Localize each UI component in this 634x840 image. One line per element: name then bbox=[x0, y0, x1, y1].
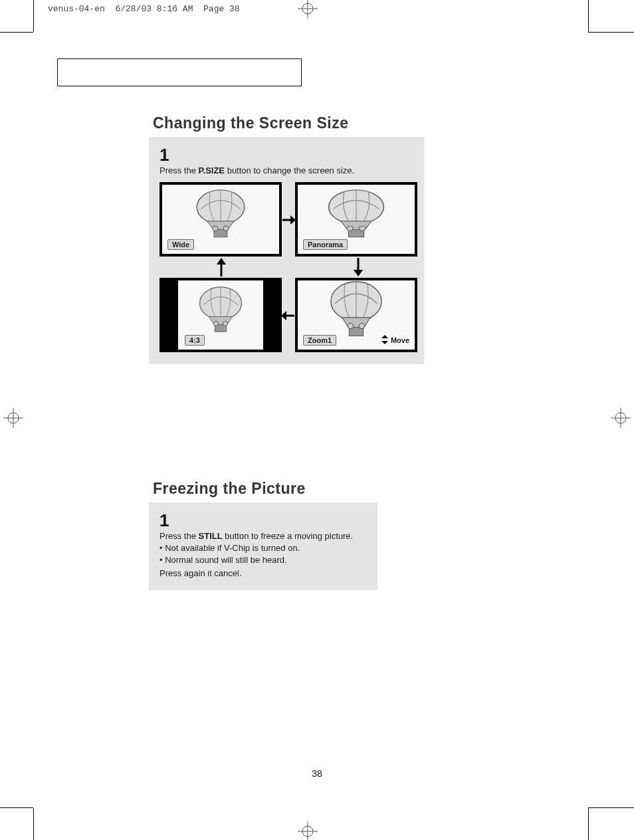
crop-mark bbox=[33, 808, 34, 840]
label-wide: Wide bbox=[167, 239, 194, 250]
step-text-pre: Press the bbox=[159, 165, 199, 175]
screen-wide: Wide bbox=[159, 182, 282, 257]
step-text: Press the STILL button to freeze a movin… bbox=[159, 530, 367, 542]
balloon-icon bbox=[187, 185, 253, 247]
freeze-text-pre: Press the bbox=[159, 531, 199, 541]
svg-point-19 bbox=[360, 226, 366, 231]
screen-4-3: 4:3 bbox=[159, 278, 282, 352]
registration-mark-icon bbox=[3, 408, 23, 428]
svg-point-26 bbox=[348, 323, 353, 328]
panel-screen-size: 1 Press the P.SIZE button to change the … bbox=[149, 137, 424, 364]
crop-mark bbox=[588, 32, 634, 33]
step-number: 1 bbox=[159, 146, 413, 163]
freeze-text-bold: STILL bbox=[199, 531, 223, 541]
screen-inner: Zoom1 Move bbox=[298, 280, 415, 350]
label-panorama: Panorama bbox=[303, 239, 348, 250]
screen-size-grid: Wide bbox=[159, 182, 417, 355]
registration-mark-icon bbox=[298, 821, 318, 840]
panel-freeze-picture: 1 Press the STILL button to freeze a mov… bbox=[149, 502, 377, 590]
screen-panorama: Panorama bbox=[295, 182, 417, 257]
screen-inner: Panorama bbox=[298, 185, 415, 254]
print-slug: venus-04-en 6/28/03 8:16 AM Page 38 bbox=[48, 4, 240, 14]
svg-point-22 bbox=[214, 321, 219, 326]
svg-point-27 bbox=[359, 323, 364, 328]
svg-point-15 bbox=[223, 226, 229, 231]
svg-point-23 bbox=[223, 321, 227, 326]
page: venus-04-en 6/28/03 8:16 AM Page 38 Chan… bbox=[0, 0, 634, 840]
label-4-3: 4:3 bbox=[185, 335, 205, 346]
balloon-icon bbox=[191, 283, 249, 341]
heading-changing-screen-size: Changing the Screen Size bbox=[153, 114, 348, 132]
freeze-bullet-1: • Not available if V-Chip is turned on. bbox=[159, 542, 367, 554]
svg-marker-33 bbox=[354, 270, 363, 276]
svg-point-18 bbox=[347, 226, 353, 231]
svg-marker-29 bbox=[381, 341, 388, 344]
registration-mark-icon bbox=[611, 408, 631, 428]
crop-mark bbox=[588, 807, 634, 808]
freeze-text-post: button to freeze a moving picture. bbox=[223, 531, 354, 541]
crop-mark bbox=[588, 808, 589, 840]
balloon-icon bbox=[318, 185, 395, 247]
arrow-up-icon bbox=[215, 258, 227, 276]
svg-marker-28 bbox=[381, 335, 388, 338]
label-move: Move bbox=[381, 335, 409, 346]
arrow-left-icon bbox=[281, 310, 294, 322]
crop-mark bbox=[588, 0, 589, 32]
freeze-last-line: Press again it cancel. bbox=[159, 568, 367, 579]
step-text: Press the P.SIZE button to change the sc… bbox=[159, 165, 413, 177]
registration-mark-icon bbox=[298, 0, 318, 19]
heading-freezing-picture: Freezing the Picture bbox=[153, 480, 306, 498]
screen-zoom1: Zoom1 Move bbox=[295, 278, 417, 352]
screen-inner: 4:3 bbox=[178, 280, 263, 350]
svg-marker-35 bbox=[281, 311, 286, 320]
up-down-icon bbox=[381, 335, 388, 346]
svg-point-14 bbox=[213, 226, 218, 231]
step-number: 1 bbox=[159, 512, 367, 529]
page-number: 38 bbox=[0, 768, 634, 779]
label-zoom1: Zoom1 bbox=[303, 335, 336, 346]
freeze-bullet-2: • Normal sound will still be heard. bbox=[159, 554, 367, 566]
crop-mark bbox=[33, 0, 34, 32]
crop-mark bbox=[0, 32, 33, 33]
svg-marker-37 bbox=[217, 258, 226, 264]
step-text-post: button to change the screen size. bbox=[225, 165, 354, 175]
header-box bbox=[57, 58, 302, 86]
screen-inner: Wide bbox=[162, 185, 279, 254]
arrow-right-icon bbox=[282, 214, 296, 226]
arrow-down-icon bbox=[352, 258, 364, 276]
crop-mark bbox=[0, 807, 33, 808]
step-text-bold: P.SIZE bbox=[199, 165, 225, 175]
svg-marker-31 bbox=[290, 215, 296, 225]
move-text: Move bbox=[391, 336, 409, 344]
